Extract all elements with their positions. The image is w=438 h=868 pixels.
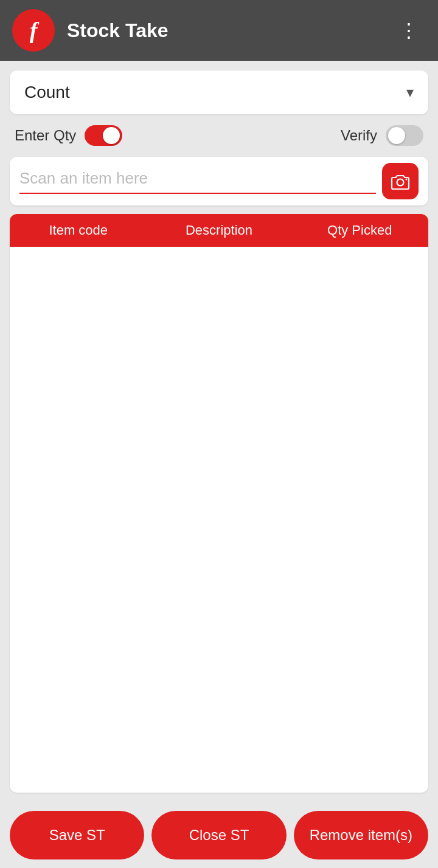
enter-qty-toggle[interactable] [85,125,122,146]
verify-label: Verify [341,127,377,144]
chevron-down-icon: ▾ [406,84,414,101]
scan-input[interactable] [19,169,376,194]
verify-group: Verify [341,125,423,146]
page-title: Stock Take [67,19,381,42]
remove-items-button[interactable]: Remove item(s) [294,811,428,859]
close-st-button[interactable]: Close ST [151,811,286,859]
col-header-item-code: Item code [16,222,141,238]
table-header: Item code Description Qty Picked [10,214,428,247]
enter-qty-label: Enter Qty [15,127,76,144]
menu-button[interactable]: ⋮ [393,13,426,48]
save-st-button[interactable]: Save ST [10,811,144,859]
logo-letter: f [30,17,38,44]
count-dropdown[interactable]: Count ▾ [10,71,428,114]
svg-point-1 [406,179,408,181]
app-header: f Stock Take ⋮ [0,0,438,61]
svg-point-0 [397,179,404,186]
main-content: Count ▾ Enter Qty Verify [0,61,438,802]
scan-area [10,157,428,205]
verify-toggle[interactable] [386,125,423,146]
enter-qty-toggle-knob [103,127,120,144]
toggles-row: Enter Qty Verify [10,123,428,148]
camera-icon [389,170,411,192]
items-table: Item code Description Qty Picked [10,214,428,793]
verify-toggle-knob [388,127,405,144]
camera-button[interactable] [382,163,419,199]
enter-qty-group: Enter Qty [15,125,122,146]
app-logo: f [12,9,55,52]
col-header-description: Description [141,222,297,238]
col-header-qty-picked: Qty Picked [297,222,422,238]
count-dropdown-label: Count [24,83,70,102]
bottom-buttons: Save ST Close ST Remove item(s) [0,802,438,868]
table-body [10,247,428,733]
